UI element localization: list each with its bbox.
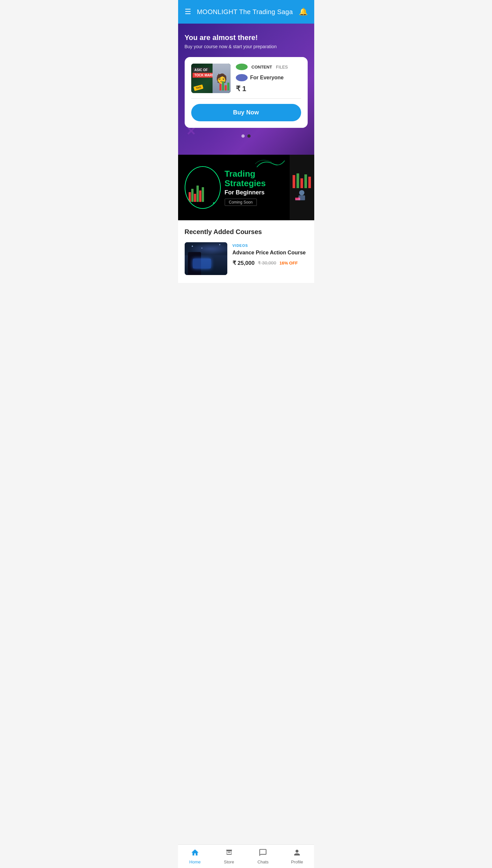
content-tab[interactable]: CONTENT	[252, 64, 272, 70]
course-type: VIDEOS	[232, 243, 308, 247]
badge-label: For Everyone	[250, 75, 284, 81]
course-name: Advance Price Action Course	[232, 249, 308, 256]
banner-heading: TradingStrategies	[225, 169, 283, 188]
svg-point-5	[299, 190, 304, 195]
card-divider	[191, 98, 301, 99]
course-price: ₹ 1	[236, 84, 301, 93]
banner-secondary[interactable]	[290, 155, 314, 220]
content-tab-dot	[236, 63, 248, 70]
course-list-info: VIDEOS Advance Price Action Course ₹ 25,…	[232, 242, 308, 266]
course-list-thumbnail: ✦ ✦ ✦	[184, 242, 227, 275]
course-thumbnail: ASIC OF TOCK MARKET 🧑 TAG	[191, 63, 230, 93]
banner-sec-content	[292, 172, 312, 203]
course-card: ASIC OF TOCK MARKET 🧑 TAG CONTENT	[184, 57, 308, 128]
carousel-dots	[184, 134, 308, 138]
banner-chart	[189, 173, 217, 202]
banner-chart-oval: ✦ ✦	[184, 166, 221, 209]
price-current: ₹ 25,000	[232, 260, 255, 266]
banner-coming-soon: Coming Soon	[225, 199, 257, 206]
banner-text: TradingStrategies For Beginners Coming S…	[225, 169, 283, 206]
app-header: ☰ MOONLIGHT The Trading Saga 🔔	[178, 0, 314, 24]
course-info: CONTENT FILES For Everyone ₹ 1	[236, 63, 301, 93]
svg-rect-2	[300, 178, 303, 188]
bell-icon[interactable]: 🔔	[299, 7, 308, 16]
course-tabs: CONTENT FILES	[236, 63, 301, 70]
menu-icon[interactable]: ☰	[184, 7, 191, 16]
hero-banner: You are almost there! Buy your course no…	[178, 24, 314, 155]
recently-added-section: Recently Added Courses ✦ ✦ ✦ VIDEOS Adva…	[178, 220, 314, 283]
svg-rect-4	[308, 177, 311, 188]
price-original: ₹ 30,000	[258, 260, 276, 265]
thumb-label-basic: ASIC OF	[193, 68, 210, 73]
thumb-candlestick	[219, 81, 229, 90]
svg-rect-3	[304, 175, 307, 188]
dot-2[interactable]	[247, 134, 251, 138]
hero-headline: You are almost there!	[184, 33, 308, 42]
dot-1[interactable]	[241, 134, 245, 138]
buy-now-button[interactable]: Buy Now	[191, 104, 301, 121]
svg-rect-1	[296, 174, 299, 188]
price-discount: 16% OFF	[279, 261, 298, 265]
app-title: MOONLIGHT The Trading Saga	[197, 8, 293, 16]
section-title: Recently Added Courses	[184, 228, 308, 236]
badge-dot	[236, 74, 248, 81]
monitor-glow	[193, 259, 211, 268]
course-pricing: ₹ 25,000 ₹ 30,000 16% OFF	[232, 260, 308, 266]
thumb-tag: TAG	[193, 84, 203, 91]
hero-subtext: Buy your course now & start your prepara…	[184, 44, 308, 49]
files-tab[interactable]: FILES	[276, 64, 288, 70]
banner-trading-strategies[interactable]: ✦ ✦ TradingStrategies For Beginners Comi…	[178, 155, 290, 220]
svg-rect-0	[293, 175, 295, 188]
course-badge: For Everyone	[236, 74, 301, 81]
banners-section: ✦ ✦ TradingStrategies For Beginners Comi…	[178, 155, 314, 220]
banner-subheading: For Beginners	[225, 189, 283, 196]
course-list-item[interactable]: ✦ ✦ ✦ VIDEOS Advance Price Action Course…	[184, 242, 308, 275]
